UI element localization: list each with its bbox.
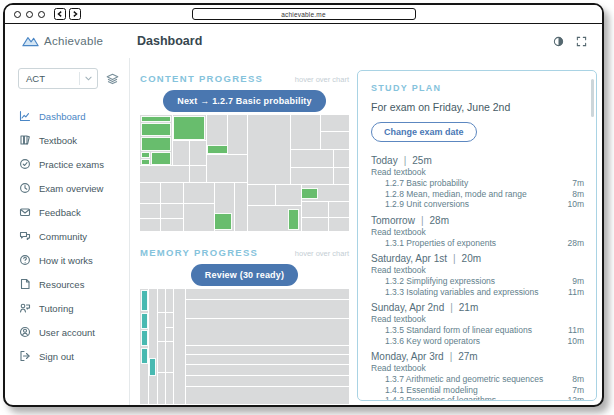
sidebar-item-label: Practice exams	[39, 159, 104, 170]
window-control-button[interactable]	[14, 11, 21, 18]
day-label: Tomorrow	[371, 215, 415, 226]
course-select[interactable]: ACT	[18, 68, 98, 89]
treemap-cell-green	[151, 152, 171, 166]
treemap-cell-green	[141, 116, 171, 122]
treemap-gridline	[165, 289, 166, 404]
page-title: Dashboard	[137, 34, 202, 48]
next-lesson-button[interactable]: Next → 1.2.7 Basic probability	[163, 90, 326, 112]
treemap-gridline	[214, 182, 215, 231]
study-plan-panel: STUDY PLAN For exam on Friday, June 2nd …	[357, 70, 597, 401]
study-plan-day: Sunday, Apr 2nd|21mRead textbook1.3.5 St…	[371, 301, 584, 346]
fullscreen-icon[interactable]	[576, 36, 587, 47]
study-plan-item[interactable]: 1.3.7 Arithmetic and geometric sequences…	[371, 374, 584, 385]
treemap-gridline	[165, 327, 173, 328]
treemap-gridline	[290, 149, 349, 150]
day-label: Saturday, Apr 1st	[371, 253, 447, 264]
sidebar-item-label: Feedback	[39, 207, 81, 218]
treemap-gridline	[157, 341, 174, 342]
treemap-gridline	[186, 364, 349, 365]
content-area: CONTENT PROGRESS hover over chart Next →…	[130, 58, 355, 405]
item-title: 1.3.7 Arithmetic and geometric sequences	[385, 374, 543, 385]
treemap-gridline	[320, 115, 321, 149]
day-separator: |	[450, 351, 453, 362]
treemap-cell-green	[141, 123, 171, 136]
day-separator: |	[450, 302, 453, 313]
treemap-cell-teal	[141, 348, 148, 364]
treemap-gridline	[185, 289, 186, 404]
item-title: 1.3.5 Standard form of linear equations	[385, 325, 532, 336]
sidebar-item-textbook[interactable]: Textbook	[5, 128, 129, 152]
treemap-gridline	[247, 115, 248, 231]
item-title: 1.4.1 Essential modeling	[385, 385, 478, 396]
how-it-works-icon	[19, 254, 31, 266]
sidebar-item-sign-out[interactable]: Sign out	[5, 344, 129, 368]
item-duration: 7m	[572, 385, 584, 396]
study-plan-item[interactable]: 1.3.3 Isolating variables and expression…	[371, 287, 584, 298]
theme-toggle-icon[interactable]	[553, 36, 564, 47]
sidebar-item-tutoring[interactable]: Tutoring	[5, 296, 129, 320]
sidebar-item-exam-overview[interactable]: Exam overview	[5, 176, 129, 200]
chevron-down-icon	[80, 76, 97, 81]
study-plan-item[interactable]: 1.2.9 Unit conversions10m	[371, 199, 584, 210]
treemap-gridline	[301, 201, 349, 202]
study-plan-item[interactable]: 1.2.7 Basic probability7m	[371, 178, 584, 189]
forward-icon	[72, 11, 78, 17]
back-button[interactable]	[54, 8, 66, 20]
item-duration: 10m	[567, 199, 584, 210]
layers-icon[interactable]	[106, 73, 119, 85]
study-plan-item[interactable]: 1.3.6 Key word operators10m	[371, 336, 584, 347]
sidebar-item-label: Tutoring	[39, 303, 74, 314]
study-plan-day: Tomorrow|28mRead textbook1.3.1 Propertie…	[371, 214, 584, 249]
study-plan-item[interactable]: 1.4.2 Properties of logarithms12m	[371, 395, 584, 401]
study-plan-item[interactable]: 1.2.8 Mean, median, mode and range8m	[371, 189, 584, 200]
sidebar-item-label: How it works	[39, 255, 93, 266]
url-bar[interactable]: achievable.me	[192, 8, 416, 20]
memory-progress-treemap[interactable]	[140, 289, 349, 404]
window-control-button[interactable]	[38, 11, 45, 18]
item-duration: 8m	[572, 374, 584, 385]
study-plan-day: Saturday, Apr 1st|20mRead textbook1.3.2 …	[371, 252, 584, 297]
tutoring-icon	[19, 302, 31, 314]
sidebar-item-resources[interactable]: Resources	[5, 272, 129, 296]
study-plan-day-header: Monday, Apr 3rd|27m	[371, 350, 584, 363]
study-plan-item[interactable]: 1.3.1 Properties of exponents28m	[371, 238, 584, 249]
app-logo-text: Achievable	[44, 35, 103, 47]
app-logo[interactable]: Achievable	[5, 34, 130, 48]
study-plan-item[interactable]: 1.4.1 Essential modeling7m	[371, 385, 584, 396]
sidebar-item-label: Resources	[39, 279, 84, 290]
exam-date-text: For exam on Friday, June 2nd	[371, 101, 584, 113]
study-plan-scrollbar[interactable]	[591, 79, 594, 117]
change-exam-date-button[interactable]: Change exam date	[371, 122, 477, 142]
treemap-gridline	[157, 372, 174, 373]
item-duration: 7m	[572, 178, 584, 189]
item-title: 1.2.8 Mean, median, mode and range	[385, 189, 527, 200]
sidebar-item-feedback[interactable]: Feedback	[5, 200, 129, 224]
treemap-gridline	[157, 312, 174, 313]
sidebar-item-how-it-works[interactable]: How it works	[5, 248, 129, 272]
sidebar-item-dashboard[interactable]: Dashboard	[5, 104, 129, 128]
window-control-button[interactable]	[26, 11, 33, 18]
item-duration: 11m	[568, 287, 584, 298]
sidebar-item-user-account[interactable]: User account	[5, 320, 129, 344]
browser-chrome: achievable.me	[5, 5, 602, 24]
sidebar-item-practice-exams[interactable]: Practice exams	[5, 152, 129, 176]
study-plan-item[interactable]: 1.3.5 Standard form of linear equations1…	[371, 325, 584, 336]
study-plan-item[interactable]: 1.3.2 Simplifying expressions9m	[371, 276, 584, 287]
sidebar-item-label: Dashboard	[39, 111, 85, 122]
content-progress-heading: CONTENT PROGRESS	[140, 73, 263, 84]
achievable-logo-icon	[22, 34, 39, 48]
item-duration: 8m	[572, 189, 584, 200]
user-account-icon	[19, 326, 31, 338]
sidebar-item-community[interactable]: Community	[5, 224, 129, 248]
content-progress-hint: hover over chart	[295, 75, 349, 84]
item-duration: 11m	[568, 325, 584, 336]
treemap-gridline	[140, 165, 206, 166]
day-duration: 28m	[430, 215, 449, 226]
study-plan-day-header: Saturday, Apr 1st|20m	[371, 252, 584, 265]
day-duration: 21m	[459, 302, 478, 313]
treemap-gridline	[183, 182, 184, 231]
forward-button[interactable]	[69, 8, 81, 20]
treemap-gridline	[248, 184, 349, 185]
review-button[interactable]: Review (30 ready)	[191, 264, 298, 286]
content-progress-treemap[interactable]	[140, 115, 349, 231]
